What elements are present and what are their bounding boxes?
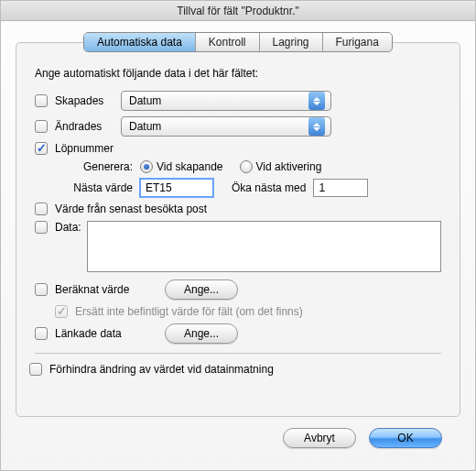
check-icon: ✓ [37, 144, 47, 153]
label-serial: Löpnummer [55, 142, 114, 155]
tab-automatic-data[interactable]: Automatiska data [84, 33, 196, 51]
row-prohibit: Förhindra ändring av värdet vid datainma… [29, 363, 441, 376]
checkbox-calculated[interactable] [35, 283, 48, 296]
select-modified[interactable]: Datum [121, 116, 331, 137]
button-calculated-specify[interactable]: Ange... [165, 279, 238, 300]
radio-on-activate-label: Vid aktivering [256, 160, 322, 173]
options-dialog: Tillval för fält "Produktnr." Automatisk… [0, 0, 476, 471]
label-no-replace: Ersätt inte befintligt värde för fält (o… [75, 305, 303, 318]
select-created[interactable]: Datum [121, 91, 331, 111]
content-area: Automatiska data Kontroll Lagring Furiga… [1, 21, 475, 470]
tab-storage[interactable]: Lagring [260, 33, 323, 51]
radio-on-create-label: Vid skapande [157, 160, 223, 173]
tab-control[interactable]: Kontroll [196, 33, 260, 51]
row-no-replace: ✓ Ersätt inte befintligt värde för fält … [55, 305, 441, 318]
checkbox-data[interactable] [35, 221, 48, 234]
radio-on-activate-dot [240, 160, 253, 173]
label-next-value: Nästa värde [55, 181, 133, 194]
button-lookup-specify[interactable]: Ange... [165, 323, 238, 344]
row-serial-generate: Generera: Vid skapande Vid aktivering [55, 160, 441, 173]
label-calculated: Beräknat värde [55, 283, 165, 296]
label-lookup: Länkade data [55, 327, 165, 340]
updown-icon [308, 117, 325, 136]
label-data: Data: [55, 221, 81, 234]
panel-intro: Ange automatiskt följande data i det här… [35, 67, 441, 80]
label-increment: Öka nästa med [232, 181, 306, 194]
radio-on-create[interactable]: Vid skapande [140, 160, 223, 173]
checkbox-created[interactable] [35, 94, 48, 107]
radio-on-activate[interactable]: Vid aktivering [240, 160, 322, 173]
checkbox-no-replace: ✓ [55, 305, 68, 318]
automatic-data-panel: Ange automatiskt följande data i det här… [16, 42, 460, 417]
cancel-button[interactable]: Avbryt [283, 428, 356, 448]
row-serial-values: Nästa värde Öka nästa med [55, 179, 441, 197]
select-created-value: Datum [129, 94, 303, 107]
checkbox-modified[interactable] [35, 120, 48, 133]
input-increment[interactable] [313, 179, 368, 197]
checkbox-lookup[interactable] [35, 327, 48, 340]
radio-on-create-dot [140, 160, 153, 173]
check-icon: ✓ [57, 307, 67, 316]
label-created: Skapades [55, 94, 115, 107]
label-prohibit: Förhindra ändring av värdet vid datainma… [49, 363, 274, 376]
row-from-last: Värde från senast besökta post [35, 203, 441, 215]
row-serial: ✓ Löpnummer [35, 142, 441, 155]
select-modified-value: Datum [129, 120, 303, 133]
label-modified: Ändrades [55, 120, 115, 133]
separator [35, 353, 441, 354]
row-calculated: Beräknat värde Ange... [35, 279, 441, 300]
textarea-data[interactable] [87, 221, 441, 272]
dialog-footer: Avbryt OK [16, 417, 460, 461]
label-generate: Generera: [55, 160, 133, 173]
row-data: Data: [35, 221, 441, 272]
row-lookup: Länkade data Ange... [35, 323, 441, 344]
updown-icon [308, 92, 325, 110]
row-created: Skapades Datum [35, 91, 441, 111]
tab-bar: Automatiska data Kontroll Lagring Furiga… [16, 32, 460, 52]
row-modified: Ändrades Datum [35, 116, 441, 137]
ok-button[interactable]: OK [369, 428, 442, 448]
checkbox-serial[interactable]: ✓ [35, 142, 48, 155]
input-next-value[interactable] [140, 179, 213, 197]
window-titlebar: Tillval för fält "Produktnr." [1, 1, 475, 21]
tab-furigana[interactable]: Furigana [323, 33, 392, 51]
label-from-last: Värde från senast besökta post [55, 203, 207, 215]
checkbox-prohibit[interactable] [29, 363, 42, 376]
window-title: Tillval för fält "Produktnr." [177, 5, 298, 17]
checkbox-from-last[interactable] [35, 203, 48, 215]
